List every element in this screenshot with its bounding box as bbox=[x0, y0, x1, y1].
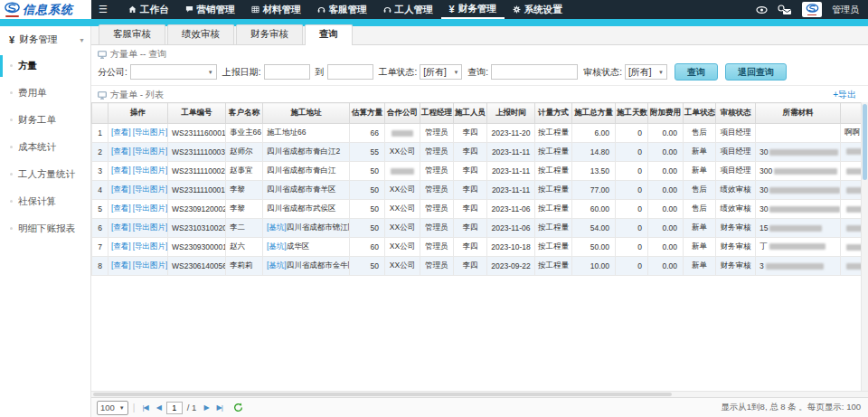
export-image-link[interactable]: [导出图片] bbox=[133, 147, 168, 156]
tab-query[interactable]: 查询 bbox=[305, 24, 353, 45]
sidebar-item-ledger-report[interactable]: 明细下账报表 bbox=[0, 215, 90, 242]
table-cell: 0.00 bbox=[648, 257, 684, 276]
query-button[interactable]: 查询 bbox=[675, 63, 718, 81]
redacted-text bbox=[766, 263, 824, 270]
table-cell: 50 bbox=[350, 181, 385, 200]
export-image-link[interactable]: [导出图片] bbox=[133, 128, 168, 137]
table-cell: 四川省成都市青白江 bbox=[263, 162, 350, 181]
sidebar-item-finance-order[interactable]: 财务工单 bbox=[0, 107, 90, 134]
table-cell: 0.00 bbox=[648, 124, 684, 143]
messages-icon[interactable] bbox=[778, 5, 792, 15]
export-image-link[interactable]: [导出图片] bbox=[133, 261, 168, 270]
column-header[interactable] bbox=[92, 103, 108, 124]
view-link[interactable]: [查看] bbox=[111, 185, 131, 194]
audit-status-select[interactable]: [所有]▼ bbox=[625, 64, 667, 80]
table-cell: WS2311110003 bbox=[168, 143, 226, 162]
column-header[interactable]: 工程经理 bbox=[420, 103, 454, 124]
topmenu-item-marketing[interactable]: 营销管理 bbox=[177, 0, 243, 19]
sidebar-item-worker-volume-stats[interactable]: 工人方量统计 bbox=[0, 161, 90, 188]
export-link[interactable]: +导出 bbox=[833, 89, 862, 101]
table-cell: 管理员 bbox=[420, 219, 454, 238]
column-header[interactable]: 客户名称 bbox=[226, 103, 263, 124]
topmenu-item-settings[interactable]: 系统设置 bbox=[505, 0, 571, 19]
eye-icon[interactable] bbox=[756, 5, 768, 14]
vertical-scrollbar-thumb[interactable] bbox=[863, 104, 867, 180]
topmenu-item-finance[interactable]: ¥财务管理 bbox=[441, 0, 505, 19]
last-page-button[interactable]: ▶| bbox=[214, 403, 225, 412]
first-page-button[interactable]: |◀ bbox=[139, 403, 150, 412]
table-cell: 7 bbox=[92, 238, 108, 257]
sidebar-item-social-security[interactable]: 社保计算 bbox=[0, 188, 90, 215]
export-image-link[interactable]: [导出图片] bbox=[133, 204, 168, 213]
list-section-title-row: 方量单 - 列表 +导出 bbox=[91, 86, 868, 102]
sidebar-item-volume[interactable]: 方量 bbox=[0, 52, 90, 80]
column-header[interactable]: 工单编号 bbox=[168, 103, 226, 124]
date-from-input[interactable] bbox=[264, 64, 310, 80]
column-header[interactable]: 上报时间 bbox=[487, 103, 535, 124]
table-cell: 丁 bbox=[756, 238, 841, 257]
view-link[interactable]: [查看] bbox=[111, 261, 131, 270]
return-query-button[interactable]: 退回查询 bbox=[725, 63, 787, 81]
table-cell: 13.50 bbox=[572, 162, 616, 181]
username-label[interactable]: 管理员 bbox=[832, 4, 859, 16]
column-header[interactable]: 附加费用 bbox=[648, 103, 684, 124]
column-header[interactable]: 施工天数 bbox=[616, 103, 648, 124]
tab-performance-audit[interactable]: 绩效审核 bbox=[167, 24, 234, 44]
sidebar-item-expense-form[interactable]: 费用单 bbox=[0, 80, 90, 107]
branch-select[interactable]: ▼ bbox=[130, 64, 217, 80]
table-cell: 李四 bbox=[454, 257, 487, 276]
view-link[interactable]: [查看] bbox=[111, 223, 131, 232]
refresh-icon[interactable] bbox=[233, 403, 243, 412]
export-image-link[interactable]: [导出图片] bbox=[133, 185, 168, 194]
export-image-link[interactable]: [导出图片] bbox=[133, 166, 168, 175]
pagination-bar: 100▼ | |◀ ◀ / 1 ▶ ▶| 显示从1到8, 总 8 条 。每页显示… bbox=[91, 397, 868, 417]
vertical-scrollbar[interactable] bbox=[861, 102, 868, 391]
column-header[interactable]: 估算方量 bbox=[350, 103, 385, 124]
view-link[interactable]: [查看] bbox=[111, 147, 131, 156]
user-avatar[interactable] bbox=[802, 2, 822, 17]
horizontal-scrollbar-thumb[interactable] bbox=[93, 393, 672, 396]
sidebar-module-header[interactable]: ¥ 财务管理 ▼ bbox=[0, 26, 90, 52]
column-header[interactable]: 施工人员 bbox=[454, 103, 487, 124]
tab-finance-audit[interactable]: 财务审核 bbox=[236, 24, 303, 44]
table-cell: 2023-11-11 bbox=[487, 181, 535, 200]
topmenu-item-customer-service[interactable]: 客服管理 bbox=[309, 0, 375, 19]
column-header[interactable]: 操作 bbox=[108, 103, 168, 124]
table-cell: 2023-11-06 bbox=[487, 219, 535, 238]
export-image-link[interactable]: [导出图片] bbox=[133, 223, 168, 232]
horizontal-scrollbar[interactable] bbox=[91, 391, 868, 397]
table-cell bbox=[756, 124, 841, 143]
tab-customer-audit[interactable]: 客服审核 bbox=[99, 24, 165, 44]
date-to-input[interactable] bbox=[327, 64, 373, 80]
page-size-select[interactable]: 100▼ bbox=[97, 401, 128, 415]
column-header[interactable]: 所需材料 bbox=[756, 103, 841, 124]
topmenu-item-workers[interactable]: 工人管理 bbox=[375, 0, 441, 19]
table-cell: 1 bbox=[92, 124, 108, 143]
topmenu-item-workbench[interactable]: 工作台 bbox=[120, 0, 177, 19]
view-link[interactable]: [查看] bbox=[111, 242, 131, 251]
page-number-input[interactable] bbox=[166, 402, 183, 414]
column-header[interactable]: 审核状态 bbox=[716, 103, 756, 124]
column-header[interactable]: 计量方式 bbox=[535, 103, 572, 124]
sidebar-toggle-icon[interactable]: ☰ bbox=[91, 0, 115, 19]
order-status-select[interactable]: [所有]▼ bbox=[420, 64, 462, 80]
topmenu-item-materials[interactable]: 材料管理 bbox=[243, 0, 309, 19]
column-header[interactable]: 施工总方量 bbox=[572, 103, 616, 124]
view-link[interactable]: [查看] bbox=[111, 166, 131, 175]
prev-page-button[interactable]: ◀ bbox=[154, 403, 164, 412]
next-page-button[interactable]: ▶ bbox=[201, 403, 211, 412]
sidebar-item-cost-stats[interactable]: 成本统计 bbox=[0, 134, 90, 161]
report-date-label: 上报日期: bbox=[222, 66, 261, 79]
column-header[interactable]: 工单状态 bbox=[684, 103, 716, 124]
column-header[interactable]: 施工地址 bbox=[263, 103, 350, 124]
query-section-title: 方量单 -- 查询 bbox=[110, 48, 166, 61]
table-cell: 50.00 bbox=[572, 238, 616, 257]
column-header[interactable]: 合作公司 bbox=[385, 103, 420, 124]
table-row: 4[查看][导出图片]WS2311110001李黎四川省成都市青羊区50XX公司… bbox=[92, 181, 868, 200]
view-link[interactable]: [查看] bbox=[111, 204, 131, 213]
table-cell: 李四 bbox=[454, 124, 487, 143]
view-link[interactable]: [查看] bbox=[111, 128, 131, 137]
export-image-link[interactable]: [导出图片] bbox=[133, 242, 168, 251]
table-cell: 李莉莉 bbox=[226, 257, 263, 276]
keyword-input[interactable] bbox=[491, 64, 578, 80]
